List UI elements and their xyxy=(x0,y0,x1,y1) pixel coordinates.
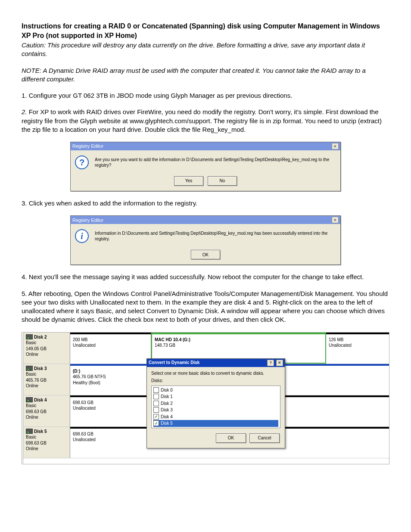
step-1: 1. Configure your GT 062 3TB in JBOD mod… xyxy=(22,91,389,100)
help-icon[interactable]: ? xyxy=(267,360,274,366)
disk-info-column[interactable]: Disk 3Basic465.76 GBOnline xyxy=(23,364,70,395)
doc-caution: Caution: This procedure will destroy any… xyxy=(22,41,389,59)
convert-dynamic-dialog: Convert to Dynamic Disk ? ✕ Select one o… xyxy=(146,358,285,448)
doc-title: Instructions for creating a RAID 0 or Co… xyxy=(22,22,389,40)
disk-size: 465.76 GB xyxy=(26,377,68,383)
disk-name: Disk 5 xyxy=(26,429,68,435)
cancel-button[interactable]: Cancel xyxy=(249,433,280,443)
disk-name: Disk 2 xyxy=(26,334,68,340)
disk-status: Online xyxy=(26,352,68,358)
volume-size: 126 MB xyxy=(329,337,386,343)
dialog-message: Are you sure you want to add the informa… xyxy=(95,157,336,168)
disk-size: 698.63 GB xyxy=(26,440,68,446)
step-3: 3. Click yes when asked to add the infor… xyxy=(22,199,389,208)
ok-button[interactable]: OK xyxy=(191,250,220,259)
disk-list-item[interactable]: Disk 2 xyxy=(153,400,278,407)
disk-size: 698.63 GB xyxy=(26,409,68,415)
disk-name: Disk 4 xyxy=(26,397,68,403)
disk-status: Online xyxy=(26,383,68,389)
doc-note: NOTE: A Dynamic Drive RAID array must be… xyxy=(22,66,389,84)
dialog-message: Information in D:\Documents and Settings… xyxy=(95,230,336,242)
registry-confirm-dialog-wrap: Registry Editor ✕ Are you sure you want … xyxy=(22,142,389,191)
disk-info-column[interactable]: Disk 2Basic149.05 GBOnline xyxy=(23,333,70,364)
disk-type: Basic xyxy=(26,403,68,409)
disk-list-label: Disk 3 xyxy=(161,407,173,413)
checkbox[interactable] xyxy=(153,414,159,420)
volume-status: Unallocated xyxy=(73,342,148,348)
convert-dialog-title: Convert to Dynamic Disk xyxy=(149,360,199,366)
convert-dialog-titlebar: Convert to Dynamic Disk ? ✕ xyxy=(147,359,285,367)
dialog-title: Registry Editor xyxy=(72,143,103,149)
convert-dialog-body: Select one or more basic disks to conver… xyxy=(147,367,285,429)
disk-size: 149.05 GB xyxy=(26,346,68,352)
dialog-titlebar: Registry Editor ✕ xyxy=(71,216,340,224)
disk-status: Online xyxy=(26,414,68,420)
checkbox[interactable] xyxy=(153,407,159,413)
close-icon[interactable]: ✕ xyxy=(332,143,339,149)
dialog-body: Information in D:\Documents and Settings… xyxy=(71,224,340,247)
disk-info-column[interactable]: Disk 4Basic698.63 GBOnline xyxy=(23,395,70,426)
disk-list-item[interactable]: Disk 4 xyxy=(153,414,278,420)
volume-label: MAC HD 10.4 (G:) xyxy=(155,337,323,343)
step-4: 4. Next you'll see the message saying it… xyxy=(22,273,389,281)
disk-management-panel: Disk 2Basic149.05 GBOnline200 MBUnalloca… xyxy=(22,332,389,464)
step-2-num: 2. xyxy=(22,108,27,115)
disk-list-item[interactable]: Disk 0 xyxy=(153,387,278,394)
dialog-titlebar: Registry Editor ✕ xyxy=(71,142,340,150)
dialog-title: Registry Editor xyxy=(72,217,103,224)
disk-list-label: Disk 2 xyxy=(161,401,173,407)
close-icon[interactable]: ✕ xyxy=(276,360,283,366)
close-icon[interactable]: ✕ xyxy=(332,217,339,223)
yes-button[interactable]: Yes xyxy=(174,176,203,186)
volume-size: 148.73 GB xyxy=(155,342,323,348)
dialog-button-row: Yes No xyxy=(71,174,340,191)
step-2-text: For XP to work with RAID drives over Fir… xyxy=(22,108,382,133)
disk-name: Disk 3 xyxy=(26,366,68,372)
volume[interactable]: 200 MBUnallocated xyxy=(70,333,151,364)
disk-icon xyxy=(26,429,33,434)
disk-list-item[interactable]: Disk 5 xyxy=(153,420,278,427)
disk-list-item[interactable]: Disk 3 xyxy=(153,407,278,414)
dialog-button-row: OK xyxy=(71,247,340,264)
disk-list-item[interactable]: Disk 1 xyxy=(153,393,278,400)
step-5: 5. After rebooting, Open the Windows Con… xyxy=(22,289,389,324)
disk-icon xyxy=(26,334,33,339)
checkbox[interactable] xyxy=(153,387,159,393)
checkbox[interactable] xyxy=(153,394,159,399)
disk-icon xyxy=(26,397,33,402)
disk-type: Basic xyxy=(26,340,68,346)
volume-status: Unallocated xyxy=(329,342,386,348)
registry-success-dialog: Registry Editor ✕ Information in D:\Docu… xyxy=(70,215,341,265)
disk-type: Basic xyxy=(26,434,68,440)
registry-success-dialog-wrap: Registry Editor ✕ Information in D:\Docu… xyxy=(22,215,389,265)
volume[interactable]: 126 MBUnallocated xyxy=(326,333,389,364)
dialog-body: Are you sure you want to add the informa… xyxy=(71,150,340,174)
disk-type: Basic xyxy=(26,371,68,377)
disk-list-label: Disk 0 xyxy=(161,387,173,393)
checkbox[interactable] xyxy=(153,420,159,426)
disk-status: Online xyxy=(26,446,68,452)
convert-dialog-buttons: OK Cancel xyxy=(147,429,285,448)
disk-list-label: Disk 4 xyxy=(161,414,173,420)
step-2: 2. For XP to work with RAID drives over … xyxy=(22,108,389,134)
no-button[interactable]: No xyxy=(208,176,237,186)
disk-list[interactable]: Disk 0Disk 1Disk 2Disk 3Disk 4Disk 5 xyxy=(151,386,280,428)
ok-button[interactable]: OK xyxy=(216,433,246,443)
registry-confirm-dialog: Registry Editor ✕ Are you sure you want … xyxy=(70,142,341,191)
question-icon xyxy=(75,156,89,169)
volume-size: 200 MB xyxy=(73,337,148,343)
disk-list-label: Disk 5 xyxy=(161,420,173,426)
disk-icon xyxy=(26,366,33,371)
disk-info-column[interactable]: Disk 5Basic698.63 GBOnline xyxy=(23,427,70,458)
convert-dialog-instruction: Select one or more basic disks to conver… xyxy=(151,370,280,376)
convert-dialog-label: Disks: xyxy=(151,378,280,384)
info-icon xyxy=(75,229,89,243)
checkbox[interactable] xyxy=(153,401,159,406)
disk-list-label: Disk 1 xyxy=(161,394,173,400)
